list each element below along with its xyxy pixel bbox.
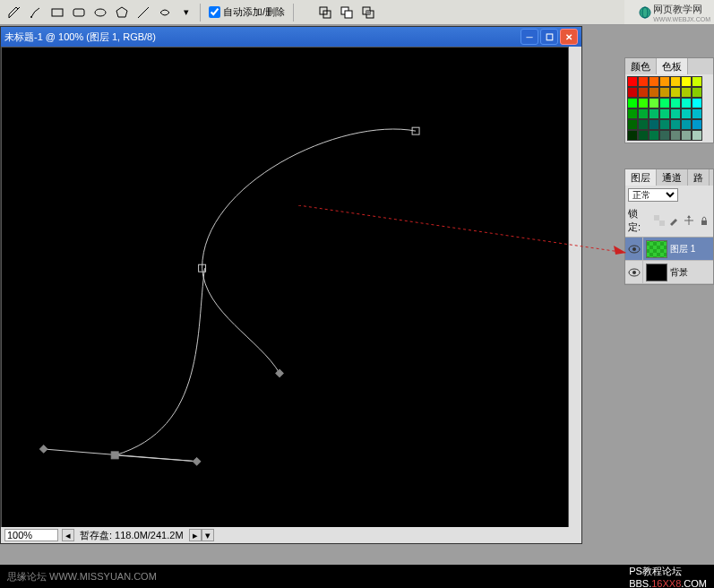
zoom-percentage[interactable]: 100% [4, 529, 58, 541]
path-combine-add-icon[interactable] [315, 3, 335, 22]
swatch[interactable] [638, 119, 649, 130]
swatch[interactable] [692, 108, 702, 119]
swatch[interactable] [670, 98, 681, 108]
swatch[interactable] [627, 76, 638, 87]
swatch[interactable] [638, 108, 649, 119]
layer-name: 图层 1 [670, 243, 695, 255]
shape-polygon-icon[interactable] [112, 3, 132, 22]
pen-tool-icon[interactable] [4, 3, 24, 22]
swatch[interactable] [659, 76, 670, 87]
lock-move-icon[interactable] [683, 214, 695, 227]
dropdown-arrow-icon[interactable]: ▾ [176, 3, 196, 22]
swatch[interactable] [627, 108, 638, 119]
swatch[interactable] [659, 130, 670, 141]
swatch[interactable] [692, 76, 702, 87]
freeform-pen-icon[interactable] [26, 3, 46, 22]
swatch[interactable] [649, 130, 659, 141]
doc-menu-icon[interactable]: ▾ [202, 529, 214, 541]
tab-color[interactable]: 颜色 [625, 58, 657, 74]
visibility-eye-icon[interactable] [625, 261, 643, 283]
shape-ellipse-icon[interactable] [90, 3, 110, 22]
swatch[interactable] [638, 76, 649, 87]
layer-row[interactable]: 图层 1 [625, 238, 713, 261]
visibility-eye-icon[interactable] [625, 238, 643, 260]
swatch[interactable] [649, 108, 659, 119]
swatch[interactable] [670, 76, 681, 87]
swatch[interactable] [638, 98, 649, 108]
swatch[interactable] [692, 119, 702, 130]
logo-text: 网页教学网 [653, 3, 710, 16]
logo-bar: 网页教学网 WWW.WEBJX.COM [624, 0, 714, 25]
document-window: 未标题-1 @ 100% (图层 1, RGB/8) ─ ☐ ✕ 100% ◂ … [0, 26, 582, 544]
swatch[interactable] [681, 108, 692, 119]
swatch[interactable] [659, 119, 670, 130]
doc-next-icon[interactable]: ▸ [189, 529, 202, 541]
doc-prev-icon[interactable]: ◂ [62, 529, 74, 541]
swatch[interactable] [681, 119, 692, 130]
layer-name: 背景 [670, 266, 688, 279]
lock-transparent-icon[interactable] [653, 214, 666, 227]
swatch[interactable] [670, 119, 681, 130]
path-combine-intersect-icon[interactable] [358, 3, 378, 22]
separator [200, 4, 201, 22]
layer-row[interactable]: 背景 [625, 261, 713, 284]
lock-brush-icon[interactable] [668, 214, 681, 227]
swatch[interactable] [681, 87, 692, 98]
shape-rect-icon[interactable] [47, 3, 67, 22]
swatch[interactable] [659, 108, 670, 119]
swatch[interactable] [627, 130, 638, 141]
minimize-button[interactable]: ─ [520, 29, 538, 45]
shape-roundrect-icon[interactable] [69, 3, 89, 22]
swatch[interactable] [649, 119, 659, 130]
swatch[interactable] [649, 98, 659, 108]
document-titlebar[interactable]: 未标题-1 @ 100% (图层 1, RGB/8) ─ ☐ ✕ [1, 27, 581, 47]
lock-row: 锁定: [625, 204, 713, 238]
globe-icon [639, 6, 651, 19]
swatch[interactable] [659, 87, 670, 98]
site-logo: 网页教学网 WWW.WEBJX.COM [639, 3, 710, 22]
swatch[interactable] [681, 98, 692, 108]
tab-layers[interactable]: 图层 [625, 169, 657, 186]
tab-paths[interactable]: 路 [688, 169, 710, 186]
swatch[interactable] [638, 130, 649, 141]
shape-custom-icon[interactable] [155, 3, 175, 22]
swatch[interactable] [681, 130, 692, 141]
canvas[interactable] [1, 47, 569, 543]
swatch[interactable] [692, 98, 702, 108]
tab-channels[interactable]: 通道 [657, 169, 688, 186]
auto-add-delete-input[interactable] [209, 6, 220, 18]
auto-add-delete-checkbox[interactable]: 自动添加/删除 [209, 5, 285, 19]
swatch[interactable] [670, 108, 681, 119]
swatch[interactable] [681, 76, 692, 87]
swatch[interactable] [627, 119, 638, 130]
swatch[interactable] [638, 87, 649, 98]
path-combine-subtract-icon[interactable] [337, 3, 357, 22]
footer: 思缘论坛 WWW.MISSYUAN.COM PS教程论坛 BBS.16XX8.C… [0, 565, 714, 588]
tab-swatches[interactable]: 色板 [657, 58, 688, 74]
swatch[interactable] [627, 87, 638, 98]
close-button[interactable]: ✕ [560, 29, 578, 45]
swatch[interactable] [659, 98, 670, 108]
shape-line-icon[interactable] [133, 3, 153, 22]
maximize-button[interactable]: ☐ [540, 29, 558, 45]
swatch[interactable] [692, 87, 702, 98]
svg-marker-4 [116, 7, 127, 17]
layer-thumbnail [646, 264, 667, 281]
document-title: 未标题-1 @ 100% (图层 1, RGB/8) [4, 30, 520, 44]
blend-mode-select[interactable]: 正常 [628, 188, 678, 202]
swatch[interactable] [649, 76, 659, 87]
swatch[interactable] [649, 87, 659, 98]
swatch[interactable] [692, 130, 702, 141]
swatch-grid [625, 74, 713, 143]
svg-rect-2 [73, 9, 84, 16]
svg-marker-26 [687, 215, 691, 218]
svg-point-22 [640, 7, 650, 18]
statusbar: 100% ◂ 暂存盘: 118.0M/241.2M ▸ ▾ [1, 527, 581, 543]
swatch[interactable] [670, 130, 681, 141]
svg-rect-17 [39, 445, 47, 453]
swatch[interactable] [670, 87, 681, 98]
svg-rect-24 [654, 215, 659, 220]
layers-panel: 图层 通道 路 正常 锁定: 图层 1背景 [624, 169, 714, 285]
lock-all-icon[interactable] [698, 214, 710, 227]
swatch[interactable] [627, 98, 638, 108]
